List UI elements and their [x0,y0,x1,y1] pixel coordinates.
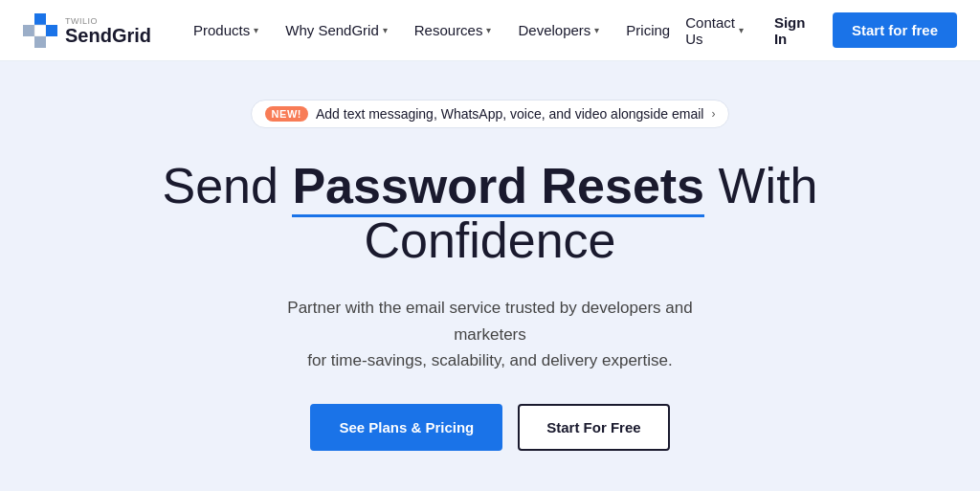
nav-start-free-label: Start for free [852,22,938,38]
nav-item-why-sendgrid[interactable]: Why SendGrid ▾ [274,14,399,46]
start-free-button[interactable]: Start For Free [518,404,669,451]
svg-rect-1 [34,13,46,25]
nav-pricing-label: Pricing [626,22,670,38]
btn-free-label: Start For Free [546,419,640,435]
nav-products-chevron: ▾ [254,25,258,35]
hero-subtext: Partner with the email service trusted b… [260,295,720,373]
nav-right: Contact Us ▾ Sign In Start for free [681,7,957,55]
nav-why-chevron: ▾ [383,25,388,35]
logo[interactable]: TWILIO SendGrid [23,13,151,48]
logo-text: TWILIO SendGrid [65,16,151,45]
hero-headline: Send Password Resets With Confidence [107,159,873,268]
svg-rect-4 [46,25,57,36]
nav-why-label: Why SendGrid [285,22,379,38]
nav-item-products[interactable]: Products ▾ [182,14,270,46]
nav-start-free-button[interactable]: Start for free [833,12,957,48]
nav-sign-in[interactable]: Sign In [763,7,817,55]
logo-twilio-text: TWILIO [65,16,151,26]
nav-resources-chevron: ▾ [486,25,491,35]
headline-prefix: Send [163,158,293,213]
logo-sendgrid-text: SendGrid [65,26,151,45]
nav-signin-label: Sign In [774,14,806,47]
hero-subtext-line1: Partner with the email service trusted b… [287,299,692,343]
headline-bold: Password Resets [292,159,704,213]
nav-item-resources[interactable]: Resources ▾ [403,14,503,46]
svg-rect-3 [34,36,46,48]
nav-contact-label: Contact Us [685,14,735,47]
sendgrid-logo-icon [23,13,57,48]
nav-developers-chevron: ▾ [594,25,599,35]
navbar: TWILIO SendGrid Products ▾ Why SendGrid … [0,0,980,61]
announcement-text: Add text messaging, WhatsApp, voice, and… [316,106,703,122]
nav-resources-label: Resources [414,22,483,38]
nav-developers-label: Developers [518,22,590,38]
page-wrapper: TWILIO SendGrid Products ▾ Why SendGrid … [0,0,980,491]
hero-subtext-line2: for time-savings, scalability, and deliv… [307,351,672,369]
svg-rect-2 [34,25,46,36]
svg-rect-0 [23,25,34,36]
hero-buttons: See Plans & Pricing Start For Free [310,404,669,451]
nav-products-label: Products [193,22,250,38]
new-badge: NEW! [265,106,308,122]
announcement-banner[interactable]: NEW! Add text messaging, WhatsApp, voice… [251,100,730,128]
announcement-arrow: › [711,107,715,121]
nav-item-developers[interactable]: Developers ▾ [506,14,611,46]
nav-item-pricing[interactable]: Pricing [614,14,681,46]
see-plans-button[interactable]: See Plans & Pricing [310,404,502,451]
nav-contact-chevron: ▾ [739,25,744,35]
hero-section: NEW! Add text messaging, WhatsApp, voice… [0,61,980,491]
nav-links: Products ▾ Why SendGrid ▾ Resources ▾ De… [182,14,681,46]
nav-contact-us[interactable]: Contact Us ▾ [681,7,747,55]
btn-plans-label: See Plans & Pricing [339,419,474,435]
